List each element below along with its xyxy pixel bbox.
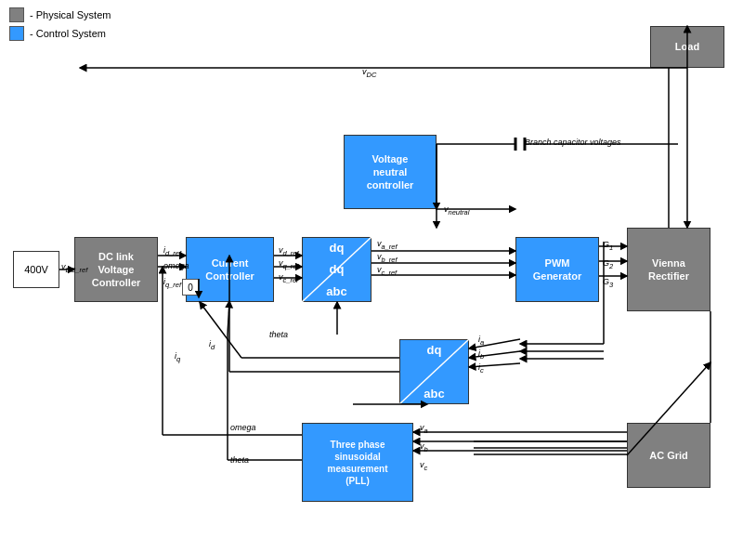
signal-branch-cap: Branch capacitor voltages xyxy=(525,138,621,147)
load-block: Load xyxy=(650,26,724,68)
control-legend-label: - Control System xyxy=(30,28,106,39)
signal-vb-ref: vb_ref xyxy=(377,252,398,264)
physical-legend-label: - Physical System xyxy=(30,9,111,20)
signal-vdc-ref: vDC_ref xyxy=(61,262,87,274)
signal-ic: ic xyxy=(478,362,484,375)
voltage-neutral-block: Voltage neutral controller xyxy=(344,135,437,209)
physical-legend-box xyxy=(9,7,24,22)
svg-line-29 xyxy=(228,301,229,335)
signal-theta: theta xyxy=(269,330,288,339)
pwm-generator-block: PWM Generator xyxy=(515,237,599,302)
400v-block: 400V xyxy=(13,251,59,288)
signal-id: id xyxy=(209,339,215,351)
signal-vb: vb xyxy=(420,441,428,453)
signal-vq-ref: vq_ref xyxy=(279,258,299,270)
ac-grid-block: AC Grid xyxy=(627,423,710,488)
legend-control: - Control System xyxy=(9,26,111,41)
signal-vneutral: vneutral xyxy=(444,204,469,217)
signal-omega-bottom: omega xyxy=(230,423,256,432)
signal-vd-ref: vd_ref xyxy=(279,245,299,257)
signal-va: va xyxy=(420,423,428,435)
signal-iq-ref: iq_ref xyxy=(163,277,181,289)
dq-abc-top-block: dq xyxy=(302,237,371,302)
svg-line-21 xyxy=(469,351,520,358)
current-controller-block: Current Controller xyxy=(186,237,274,302)
svg-line-24 xyxy=(200,302,241,358)
signal-id-ref: id_ref xyxy=(163,245,181,257)
zero-box: 0 xyxy=(182,279,199,296)
three-phase-block: Three phase sinusoidal measurement (PLL) xyxy=(302,423,413,502)
signal-vc-ref2: vc_ref xyxy=(377,265,397,277)
legend: - Physical System - Control System xyxy=(9,7,111,41)
svg-line-22 xyxy=(469,363,520,367)
control-legend-box xyxy=(9,26,24,41)
signal-g2: G2 xyxy=(603,258,613,270)
signal-ib: ib xyxy=(478,348,484,361)
vienna-rectifier-block: Vienna Rectifier xyxy=(627,228,710,311)
signal-va-ref: va_ref xyxy=(377,239,398,251)
svg-line-20 xyxy=(469,339,520,348)
signal-iq: iq xyxy=(175,351,180,363)
signal-g1: G1 xyxy=(603,240,613,252)
signal-ia: ia xyxy=(478,335,484,347)
signal-g3: G3 xyxy=(603,277,613,289)
signal-vdc-top: vDC xyxy=(362,67,376,79)
signal-vc-ref: vc_ref xyxy=(279,272,298,284)
signal-omega: omega xyxy=(163,261,189,270)
dq-abc-mid-block xyxy=(399,339,469,404)
signal-theta-bottom: theta xyxy=(230,455,249,465)
legend-physical: - Physical System xyxy=(9,7,111,22)
diagram: - Physical System - Control System 400V … xyxy=(0,0,756,552)
signal-vc: vc xyxy=(420,460,427,472)
